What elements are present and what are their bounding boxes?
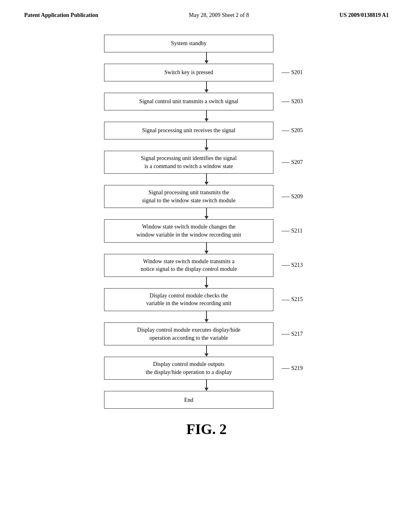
- arrow-head: [204, 353, 209, 357]
- flow-step-start: System standby: [24, 35, 389, 52]
- flow-step-s215: Display control module checks thevariabl…: [24, 288, 389, 311]
- flow-step-s209: Signal processing unit transmits thesign…: [24, 185, 389, 208]
- step-label-s217: S217: [282, 331, 303, 337]
- step-label-s219: S219: [282, 365, 303, 372]
- connector-s201: [122, 81, 291, 93]
- flowbox-s209: Signal processing unit transmits thesign…: [104, 185, 273, 208]
- flow-step-end: End: [24, 391, 389, 409]
- arrow-line: [206, 52, 207, 60]
- flow-step-s205: Signal processing unit receives the sign…: [24, 122, 389, 139]
- arrow-line: [206, 139, 207, 148]
- arrow-head: [204, 182, 209, 185]
- step-label-s213: S213: [282, 262, 303, 268]
- flow-step-s203: Signal control unit transmits a switch s…: [24, 93, 389, 110]
- connector-s219: [122, 380, 291, 391]
- connector-s213: [122, 277, 291, 288]
- arrow-line: [206, 174, 207, 182]
- header-left: Patent Application Publication: [24, 12, 98, 19]
- flowbox-s211: Window state switch module changes thewi…: [104, 219, 273, 242]
- flowbox-s217: Display control module executes display/…: [104, 322, 273, 345]
- step-label-s201: S201: [282, 69, 303, 76]
- flowbox-s207: Signal processing unit identifies the si…: [104, 151, 273, 174]
- header: Patent Application Publication May 28, 2…: [24, 12, 389, 19]
- arrow-line: [206, 311, 207, 319]
- step-label-s209: S209: [282, 193, 303, 200]
- step-label-s215: S215: [282, 296, 303, 303]
- flowbox-end: End: [104, 391, 273, 409]
- flowbox-start: System standby: [104, 35, 273, 52]
- arrow-head: [204, 60, 209, 64]
- header-center: May 28, 2009 Sheet 2 of 8: [189, 12, 249, 19]
- arrow-head: [204, 251, 209, 254]
- step-label-s203: S203: [282, 98, 303, 105]
- connector-s205: [122, 139, 291, 151]
- arrow-head: [204, 285, 209, 288]
- arrow-head: [204, 388, 209, 391]
- connector-s209: [122, 208, 291, 219]
- arrow-line: [206, 345, 207, 353]
- connector-s211: [122, 243, 291, 254]
- flowbox-s215: Display control module checks thevariabl…: [104, 288, 273, 311]
- arrow-head: [204, 118, 209, 122]
- step-label-s205: S205: [282, 127, 303, 134]
- flowbox-s205: Signal processing unit receives the sign…: [104, 122, 273, 139]
- flowbox-s201: Switch key is pressed: [104, 64, 273, 81]
- header-right: US 2009/0138819 A1: [340, 12, 389, 19]
- flow-step-s207: Signal processing unit identifies the si…: [24, 151, 389, 174]
- arrow-head: [204, 148, 209, 151]
- flow-step-s213: Window state switch module transmits ano…: [24, 254, 389, 277]
- connector-start: [122, 52, 291, 64]
- arrow-line: [206, 208, 207, 216]
- page: Patent Application Publication May 28, 2…: [0, 0, 413, 532]
- flowbox-s219: Display control module outputsthe displa…: [104, 357, 273, 380]
- flowbox-s203: Signal control unit transmits a switch s…: [104, 93, 273, 110]
- connector-s203: [122, 110, 291, 122]
- arrow-head: [204, 89, 209, 93]
- flow-step-s211: Window state switch module changes thewi…: [24, 219, 389, 242]
- arrow-line: [206, 380, 207, 388]
- step-label-s207: S207: [282, 159, 303, 166]
- flowchart: System standbySwitch key is pressedS201S…: [24, 35, 389, 409]
- flowbox-s213: Window state switch module transmits ano…: [104, 254, 273, 277]
- flow-step-s217: Display control module executes display/…: [24, 322, 389, 345]
- arrow-line: [206, 81, 207, 89]
- arrow-line: [206, 243, 207, 251]
- flow-step-s219: Display control module outputsthe displa…: [24, 357, 389, 380]
- arrow-head: [204, 319, 209, 322]
- connector-s207: [122, 174, 291, 185]
- connector-s217: [122, 345, 291, 357]
- arrow-line: [206, 110, 207, 118]
- step-label-s211: S211: [282, 228, 302, 234]
- figure-label: FIG. 2: [24, 421, 389, 438]
- flow-step-s201: Switch key is pressedS201: [24, 64, 389, 81]
- arrow-line: [206, 277, 207, 285]
- arrow-head: [204, 216, 209, 219]
- connector-s215: [122, 311, 291, 322]
